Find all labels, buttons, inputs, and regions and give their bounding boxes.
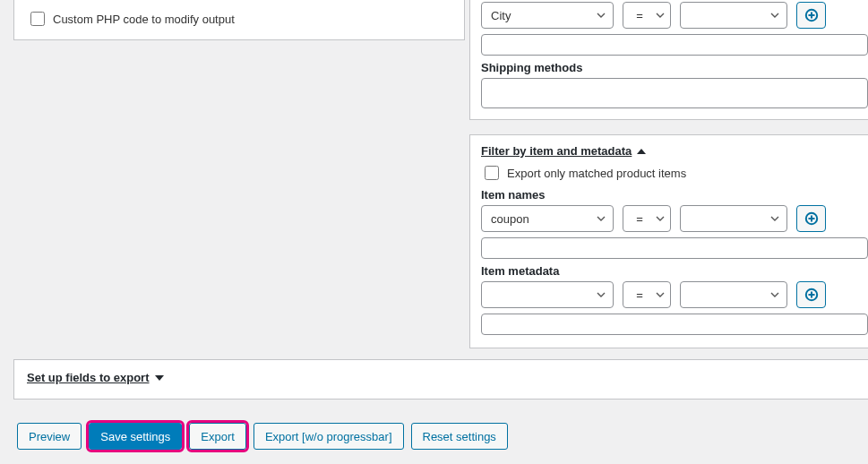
item-names-operator-select[interactable]: = [623,205,671,232]
shipping-methods-label: Shipping methods [481,61,868,74]
item-metadata-add-rule-button[interactable] [796,281,826,308]
caret-up-icon [637,149,646,154]
city-rules-list[interactable] [481,34,868,56]
export-button[interactable]: Export [189,423,246,450]
chevron-down-icon [597,292,606,297]
reset-settings-button[interactable]: Reset settings [411,423,508,450]
item-names-value-select[interactable] [680,205,787,232]
chevron-down-icon [770,13,779,18]
misc-settings-panel: Custom PHP code to modify output [13,0,465,40]
chevron-down-icon [656,292,665,297]
export-no-progressbar-button[interactable]: Export [w/o progressbar] [254,423,404,450]
item-metadata-operator-select[interactable]: = [623,281,671,308]
custom-php-checkbox[interactable] [30,12,45,26]
item-metadata-value-select[interactable] [680,281,787,308]
item-names-field-select[interactable]: coupon [481,205,614,232]
chevron-down-icon [597,216,606,221]
chevron-down-icon [656,13,665,18]
chevron-down-icon [656,216,665,221]
export-matched-checkbox[interactable] [485,166,499,180]
chevron-down-icon [770,216,779,221]
item-names-label: Item names [481,188,868,202]
item-names-rules-list[interactable] [481,237,868,259]
shipping-methods-input[interactable] [481,78,868,108]
item-names-add-rule-button[interactable] [796,205,826,232]
filter-item-section-toggle[interactable]: Filter by item and metadata [481,144,646,158]
export-matched-row: Export only matched product items [481,163,868,183]
filter-shipping-panel: City = Shipping methods [469,0,868,120]
plus-circle-icon [804,288,819,302]
preview-button[interactable]: Preview [17,423,82,450]
fields-to-export-panel: Set up fields to export [13,359,868,400]
city-add-rule-button[interactable] [796,2,826,29]
plus-circle-icon [804,211,819,226]
city-operator-select[interactable]: = [623,2,671,29]
item-metadata-label: Item metadata [481,264,868,278]
custom-php-row: Custom PHP code to modify output [27,9,455,29]
save-settings-button[interactable]: Save settings [89,423,182,450]
city-field-select[interactable]: City [481,2,614,29]
plus-circle-icon [804,8,819,22]
export-matched-label: Export only matched product items [507,167,686,180]
custom-php-label: Custom PHP code to modify output [53,13,235,26]
chevron-down-icon [597,13,606,18]
item-metadata-field-select[interactable] [481,281,614,308]
caret-down-icon [155,375,164,381]
city-field-label: City [491,9,511,22]
fields-to-export-toggle[interactable]: Set up fields to export [27,371,164,384]
item-metadata-rules-list[interactable] [481,314,868,335]
action-buttons-row: Preview Save settings Export Export [w/o… [17,423,508,450]
chevron-down-icon [770,292,779,297]
city-value-select[interactable] [680,2,787,29]
filter-item-panel: Filter by item and metadata Export only … [469,134,868,348]
